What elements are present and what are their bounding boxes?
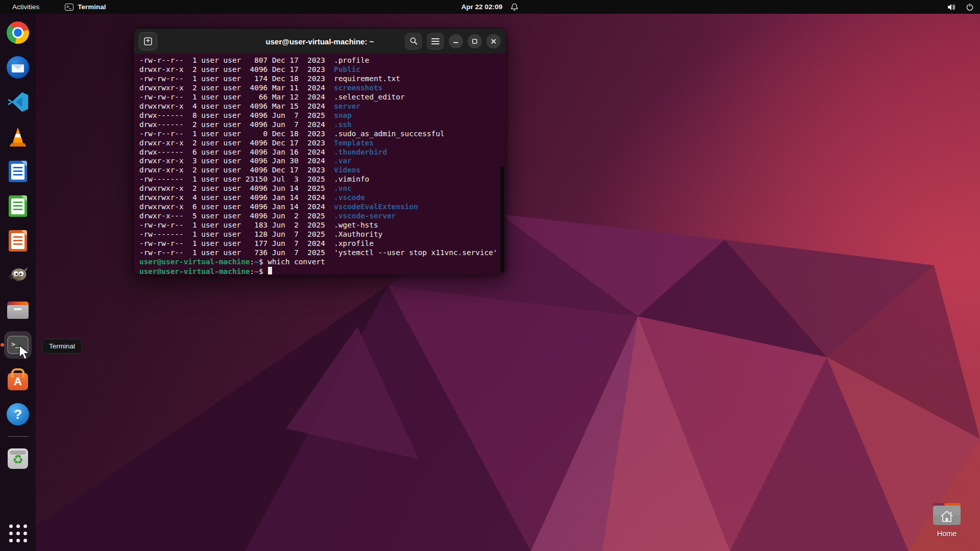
- dock-item-vscode[interactable]: [4, 88, 32, 116]
- thunderbird-icon: [7, 56, 29, 79]
- vscode-icon: [7, 91, 29, 113]
- home-folder-label: Home: [937, 530, 957, 538]
- dock-item-vlc[interactable]: [4, 123, 32, 151]
- dock-item-chrome[interactable]: [4, 19, 32, 46]
- terminal-cursor: [268, 267, 273, 275]
- mouse-cursor: [18, 345, 32, 360]
- close-icon: [491, 38, 497, 44]
- trash-icon: ♻: [8, 448, 28, 469]
- libreoffice-writer-icon: [9, 161, 27, 182]
- volume-icon: [947, 3, 957, 11]
- terminal-text: -rw-r--r-- 1 user user 807 Dec 17 2023 .…: [139, 56, 506, 275]
- running-indicator-dot: [1, 343, 4, 347]
- search-button[interactable]: [405, 33, 422, 50]
- search-icon: [409, 37, 418, 45]
- libreoffice-calc-icon: [9, 195, 27, 217]
- activities-button[interactable]: Activities: [9, 2, 42, 12]
- libreoffice-impress-icon: [9, 230, 27, 252]
- dock-item-help[interactable]: ?: [4, 400, 32, 428]
- chrome-icon: [7, 21, 29, 44]
- minimize-icon: [453, 38, 459, 44]
- clock-text: Apr 22 02:09: [461, 3, 502, 11]
- menu-button[interactable]: [427, 33, 444, 50]
- terminal-app-icon: >_: [65, 4, 74, 11]
- bell-icon: [510, 3, 519, 11]
- desktop: Activities >_ Terminal Apr 22 02:09: [0, 0, 980, 551]
- dock-item-writer[interactable]: [4, 158, 32, 185]
- dock-item-thunderbird[interactable]: [4, 54, 32, 81]
- minimize-button[interactable]: [449, 34, 463, 48]
- show-applications-button[interactable]: [4, 519, 32, 547]
- help-icon: ?: [7, 403, 29, 425]
- maximize-button[interactable]: [468, 34, 482, 48]
- window-title: user@user-virtual-machine: ~: [266, 37, 374, 45]
- dock-item-files[interactable]: [4, 296, 32, 324]
- power-icon: [966, 3, 974, 11]
- hamburger-menu-icon: [431, 38, 439, 45]
- maximize-icon: [472, 38, 478, 44]
- dock-item-ubuntu-software[interactable]: A: [4, 366, 32, 393]
- clock-button[interactable]: Apr 22 02:09: [461, 3, 519, 11]
- gimp-icon: [7, 264, 29, 287]
- terminal-window: user@user-virtual-machine: ~: [133, 28, 506, 275]
- dock-divider: [8, 436, 28, 437]
- dock-item-trash[interactable]: ♻: [4, 445, 32, 472]
- dock-item-impress[interactable]: [4, 227, 32, 255]
- focused-app-name: Terminal: [78, 3, 106, 11]
- terminal-titlebar[interactable]: user@user-virtual-machine: ~: [134, 29, 506, 54]
- home-folder-icon: [931, 501, 963, 527]
- vlc-icon: [7, 126, 29, 148]
- ubuntu-software-icon: A: [8, 373, 28, 390]
- focused-app-menu[interactable]: >_ Terminal: [65, 3, 106, 11]
- top-bar: Activities >_ Terminal Apr 22 02:09: [0, 0, 980, 14]
- show-applications-icon: [9, 524, 27, 542]
- files-icon: [7, 302, 29, 319]
- home-folder-shortcut[interactable]: Home: [925, 501, 968, 538]
- close-button[interactable]: [486, 34, 501, 48]
- dock-tooltip: Terminal: [42, 339, 82, 354]
- terminal-scrollbar[interactable]: [500, 166, 504, 272]
- new-tab-icon: [143, 37, 153, 46]
- dock-item-calc[interactable]: [4, 192, 32, 220]
- dock-item-gimp[interactable]: [4, 262, 32, 289]
- new-tab-button[interactable]: [139, 32, 157, 51]
- terminal-content[interactable]: -rw-r--r-- 1 user user 807 Dec 17 2023 .…: [134, 54, 506, 275]
- system-status-area[interactable]: [947, 3, 974, 11]
- dock: >_ A ? ♻: [0, 14, 36, 551]
